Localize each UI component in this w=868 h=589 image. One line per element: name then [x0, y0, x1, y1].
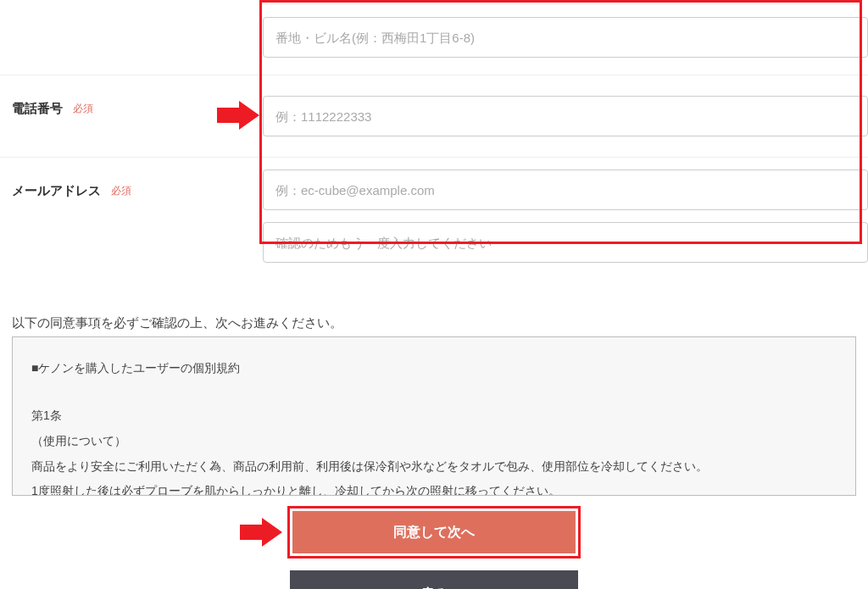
phone-input[interactable]: [263, 96, 868, 136]
agree-next-button[interactable]: 同意して次へ: [292, 511, 576, 553]
svg-marker-0: [217, 101, 259, 130]
agreement-intro: 以下の同意事項を必ずご確認の上、次へお進みください。: [12, 315, 868, 331]
email-required-badge: 必須: [111, 184, 131, 198]
agreement-textarea[interactable]: ■ケノンを購入したユーザーの個別規約 第1条 （使用について） 商品をより安全に…: [12, 336, 856, 496]
input-col-address: [263, 5, 868, 75]
input-col-email: [263, 158, 868, 275]
form-row-email: メールアドレス 必須: [0, 158, 868, 286]
agreement-article1-title: 第1条: [31, 405, 837, 427]
agreement-line1: 商品をより安全にご利用いただく為、商品の利用前、利用後は保冷剤や氷などをタオルで…: [31, 456, 837, 478]
email-confirm-input[interactable]: [263, 222, 868, 263]
agreement-line2: 1度照射した後は必ずプローブを肌からしっかりと離し、冷却してから次の照射に移って…: [31, 481, 837, 496]
agreement-article1-sub: （使用について）: [31, 431, 837, 453]
email-input[interactable]: [263, 169, 868, 210]
label-col-email: メールアドレス 必須: [0, 158, 263, 225]
phone-label: 電話番号: [12, 101, 63, 117]
arrow-icon: [217, 101, 259, 130]
agreement-heading: ■ケノンを購入したユーザーの個別規約: [31, 358, 837, 380]
form-row-address: [0, 0, 868, 75]
email-label: メールアドレス: [12, 183, 101, 199]
agree-button-highlight: 同意して次へ: [287, 506, 581, 558]
form-row-phone: 電話番号 必須: [0, 75, 868, 158]
back-button[interactable]: 戻る: [290, 570, 578, 589]
label-col-address: [0, 5, 263, 29]
button-section: 同意して次へ 戻る: [0, 504, 868, 589]
address-building-input[interactable]: [263, 17, 868, 58]
phone-required-badge: 必須: [73, 102, 93, 116]
svg-marker-1: [240, 518, 282, 547]
input-col-phone: [263, 75, 868, 157]
arrow-icon: [240, 518, 282, 547]
